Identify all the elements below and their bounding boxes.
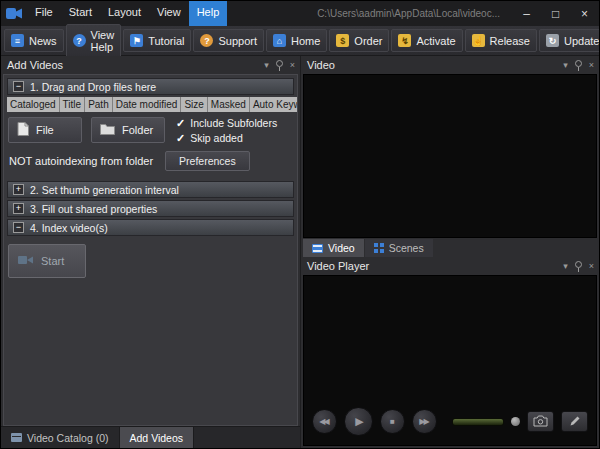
preferences-button[interactable]: Preferences — [165, 151, 250, 171]
home-button[interactable]: ⌂ Home — [266, 29, 327, 52]
menu-start[interactable]: Start — [61, 1, 100, 26]
chevron-down-icon[interactable]: ▾ — [264, 60, 269, 70]
activate-label: Activate — [416, 35, 455, 47]
add-file-button[interactable]: File — [8, 117, 82, 143]
skip-added-checkbox[interactable]: ✓ Skip added — [176, 132, 277, 144]
skip-back-button[interactable]: ◀◀ — [312, 409, 337, 434]
titlebar: File Start Layout View Help C:\Users\aad… — [1, 1, 599, 26]
section-thumb-interval-title: 2. Set thumb generation interval — [30, 184, 179, 196]
menu-help[interactable]: Help — [189, 1, 228, 26]
close-button[interactable]: × — [570, 1, 599, 26]
update-icon: ↻ — [546, 34, 559, 47]
chevron-down-icon[interactable]: ▾ — [563, 60, 568, 70]
tutorial-button[interactable]: ⚑ Tutorial — [123, 29, 191, 52]
news-button[interactable]: ≡ News — [4, 29, 64, 52]
section-shared-properties-title: 3. Fill out shared properties — [30, 203, 157, 215]
main-area: Add Videos ▾ × − 1. Drag and Drop files … — [1, 56, 599, 448]
folder-icon — [100, 123, 115, 137]
window-controls: – □ × — [512, 1, 599, 26]
update-button[interactable]: ↻ Update — [539, 29, 600, 52]
tab-video-catalog[interactable]: Video Catalog (0) — [1, 427, 120, 448]
play-icon: ▶ — [355, 415, 363, 428]
add-videos-panel: Add Videos ▾ × − 1. Drag and Drop files … — [1, 56, 301, 448]
add-folder-label: Folder — [122, 124, 153, 136]
file-list-header: Cataloged Title Path Date modified Size … — [7, 97, 294, 112]
expand-icon[interactable]: + — [13, 203, 24, 214]
release-button[interactable]: ☝ Release — [465, 29, 537, 52]
left-bottom-tab-bar: Video Catalog (0) Add Videos — [1, 426, 300, 448]
file-icon — [17, 122, 29, 138]
column-masked[interactable]: Masked — [208, 97, 250, 112]
release-label: Release — [490, 35, 530, 47]
section-shared-properties-header[interactable]: + 3. Fill out shared properties — [7, 200, 294, 217]
column-title[interactable]: Title — [60, 97, 86, 112]
snapshot-button[interactable] — [527, 411, 554, 432]
column-auto-keywords[interactable]: Auto Keywords — [250, 97, 298, 112]
order-button[interactable]: $ Order — [329, 29, 389, 52]
pencil-icon — [569, 415, 581, 429]
update-label: Update — [564, 35, 599, 47]
autoindex-status-text: NOT autoindexing from folder — [9, 155, 153, 167]
tab-video[interactable]: Video — [303, 239, 364, 257]
support-icon: ? — [200, 34, 213, 47]
video-camera-icon — [17, 254, 34, 268]
stop-button[interactable]: ■ — [380, 409, 405, 434]
menu-layout[interactable]: Layout — [100, 1, 149, 26]
section-index-videos-title: 4. Index video(s) — [30, 222, 108, 234]
app-logo-icon — [6, 7, 22, 20]
activate-button[interactable]: ↯ Activate — [391, 29, 462, 52]
view-help-button[interactable]: ? View Help — [66, 24, 122, 58]
tab-add-videos-label: Add Videos — [130, 432, 184, 444]
minimize-button[interactable]: – — [512, 1, 541, 26]
pin-icon[interactable] — [276, 60, 283, 67]
maximize-button[interactable]: □ — [541, 1, 570, 26]
volume-knob[interactable] — [511, 417, 520, 426]
tab-add-videos[interactable]: Add Videos — [120, 427, 195, 448]
column-size[interactable]: Size — [181, 97, 207, 112]
column-cataloged[interactable]: Cataloged — [7, 97, 60, 112]
catalog-icon — [11, 433, 22, 442]
add-file-label: File — [36, 124, 54, 136]
include-subfolders-checkbox[interactable]: ✓ Include Subfolders — [176, 117, 277, 129]
position-slider[interactable] — [452, 418, 504, 426]
section-thumb-interval-header[interactable]: + 2. Set thumb generation interval — [7, 181, 294, 198]
section-drag-drop-header[interactable]: − 1. Drag and Drop files here — [7, 78, 294, 95]
video-display — [303, 74, 597, 238]
start-indexing-button[interactable]: Start — [8, 244, 86, 278]
stop-icon: ■ — [390, 417, 395, 426]
view-help-label: View Help — [91, 29, 115, 53]
pin-icon[interactable] — [575, 60, 582, 67]
collapse-icon[interactable]: − — [13, 222, 24, 233]
close-panel-icon[interactable]: × — [290, 60, 295, 70]
menu-view[interactable]: View — [149, 1, 189, 26]
pin-icon[interactable] — [575, 261, 582, 268]
chevron-down-icon[interactable]: ▾ — [563, 261, 568, 271]
close-panel-icon[interactable]: × — [589, 261, 594, 271]
skip-forward-button[interactable]: ▶▶ — [412, 409, 437, 434]
menu-file[interactable]: File — [27, 1, 61, 26]
video-panel-header: Video ▾ × — [301, 56, 599, 74]
options-checkboxes: ✓ Include Subfolders ✓ Skip added — [176, 117, 277, 144]
snapshot-edit-button[interactable] — [561, 411, 588, 432]
menu-bar: File Start Layout View Help — [27, 1, 227, 26]
support-button[interactable]: ? Support — [193, 29, 264, 52]
video-panel-title: Video — [307, 59, 335, 71]
tab-scenes[interactable]: Scenes — [365, 239, 433, 257]
tab-video-catalog-label: Video Catalog (0) — [27, 432, 109, 444]
order-label: Order — [354, 35, 382, 47]
camera-icon — [533, 415, 548, 429]
video-player-panel-header: Video Player ▾ × — [301, 257, 599, 275]
section-index-videos-header[interactable]: − 4. Index video(s) — [7, 219, 294, 236]
collapse-icon[interactable]: − — [13, 81, 24, 92]
skip-forward-icon: ▶▶ — [421, 417, 427, 426]
play-button[interactable]: ▶ — [344, 407, 373, 436]
close-panel-icon[interactable]: × — [589, 60, 594, 70]
expand-icon[interactable]: + — [13, 184, 24, 195]
add-videos-panel-header: Add Videos ▾ × — [1, 56, 300, 74]
column-path[interactable]: Path — [85, 97, 113, 112]
add-videos-content: − 1. Drag and Drop files here Cataloged … — [3, 74, 298, 426]
add-folder-button[interactable]: Folder — [91, 117, 165, 143]
home-icon: ⌂ — [273, 34, 286, 47]
column-date-modified[interactable]: Date modified — [113, 97, 182, 112]
add-videos-panel-title: Add Videos — [7, 59, 63, 71]
